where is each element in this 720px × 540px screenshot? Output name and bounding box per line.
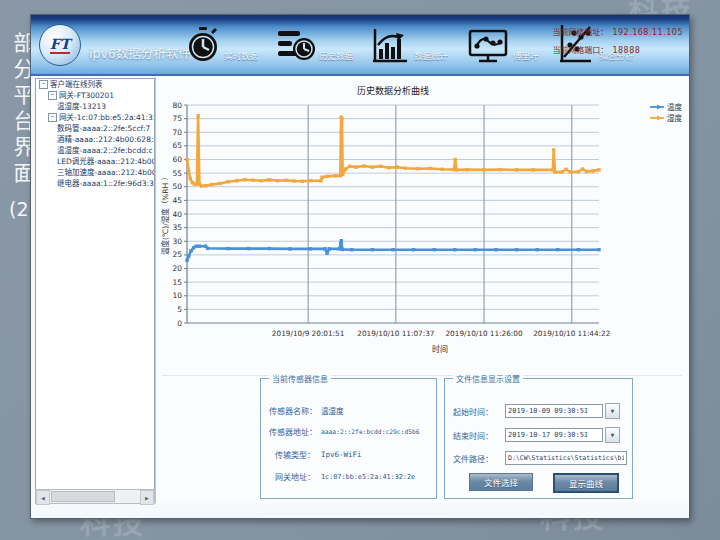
svg-text:0: 0: [177, 319, 182, 328]
tree-item-label: 温湿度-aaaa:2::2fe:bcdd:c: [57, 145, 153, 156]
tree-item[interactable]: -客户端在线列表: [36, 79, 154, 90]
scrollbar-thumb[interactable]: [51, 491, 115, 502]
app-logo-icon: FT: [39, 24, 81, 66]
realtime-data-button[interactable]: 实时数据: [183, 21, 260, 67]
svg-text:历史数据分析曲线: 历史数据分析曲线: [357, 85, 429, 96]
network-address-label: 当前网络地址：: [552, 28, 608, 37]
start-time-input[interactable]: [505, 404, 603, 418]
transfer-type-label: 传输类型：: [275, 449, 321, 460]
tree-item-label: 网关-1c:07:bb:e5:2a:41:32:2e: [59, 112, 154, 123]
gateway-address-label: 网关地址：: [275, 471, 321, 482]
tree-horizontal-scrollbar[interactable]: ◀ ▶: [35, 489, 155, 504]
tree-item[interactable]: 三轴加速度-aaaa::212:4b00: [36, 167, 154, 178]
history-chart: 051015202530354045505560657075802019/10/…: [160, 81, 686, 379]
tree-item[interactable]: 继电器-aaaa:1::2fe:96d3:3: [36, 178, 154, 189]
start-time-label: 起始时间：: [453, 406, 505, 417]
slide-background: 科技 科技 科技 部分平台界面 (2) FT ipv6数据分析软件: [0, 0, 720, 540]
tree-collapse-icon[interactable]: -: [39, 80, 48, 89]
tree-item[interactable]: 酒精-aaaa::212:4b00:628:b: [36, 134, 154, 145]
history-data-button[interactable]: 历史数据: [274, 21, 355, 67]
file-path-input[interactable]: [505, 451, 627, 465]
scroll-right-arrow-icon[interactable]: ▶: [140, 490, 154, 505]
tree-item-label: 三轴加速度-aaaa::212:4b00: [57, 167, 154, 178]
svg-text:2019/10/10 11:07:37: 2019/10/10 11:07:37: [357, 329, 435, 338]
svg-text:温度: 温度: [667, 102, 682, 112]
divider: [162, 375, 682, 376]
transfer-type-value: Ipv6-WiFi: [321, 450, 362, 459]
tree-item-label: LED调光器-aaaa::212:4b00:: [57, 156, 154, 167]
svg-text:55: 55: [172, 169, 182, 178]
file-select-button[interactable]: 文件选择: [469, 473, 533, 491]
tree-item[interactable]: 温湿度-aaaa:2::2fe:bcdd:c: [36, 145, 154, 156]
scroll-left-arrow-icon[interactable]: ◀: [36, 490, 50, 505]
tree-item[interactable]: 温湿度-13213: [36, 101, 154, 112]
monitor-curve-icon: [466, 25, 510, 65]
svg-text:30: 30: [172, 237, 182, 246]
end-time-label: 结束时间：: [453, 430, 505, 441]
svg-text:温度(℃)/湿度（%RH ）: 温度(℃)/湿度（%RH ）: [160, 173, 170, 255]
svg-text:80: 80: [172, 101, 182, 110]
stopwatch-icon: [185, 25, 221, 65]
file-display-settings-panel: 文件信息显示设置 起始时间： ▼ 结束时间： ▼ 文件路径： 文件选择 显示曲线: [444, 378, 633, 499]
svg-text:40: 40: [172, 210, 182, 219]
svg-text:15: 15: [172, 278, 182, 287]
fourier-button[interactable]: 傅里叶: [464, 21, 541, 67]
toolbar-button-label: 历史数据: [319, 49, 353, 61]
tree-collapse-icon[interactable]: -: [48, 113, 57, 122]
start-time-dropdown-icon[interactable]: ▼: [605, 403, 620, 419]
svg-text:2019/10/10 11:44:22: 2019/10/10 11:44:22: [533, 329, 610, 338]
svg-text:60: 60: [172, 155, 182, 164]
tree-item-label: 温湿度-13213: [57, 101, 106, 112]
app-title: ipv6数据分析软件: [89, 43, 191, 62]
tree-item-label: 继电器-aaaa:1::2fe:96d3:3: [57, 178, 154, 189]
app-window: FT ipv6数据分析软件 实时数据: [30, 14, 690, 519]
end-time-dropdown-icon[interactable]: ▼: [605, 427, 620, 443]
client-online-tree: -客户端在线列表-网关-FT300201温湿度-13213-网关-1c:07:b…: [35, 78, 155, 490]
network-info: 当前网络地址：192.168.11.105 当前网络端口：18888: [552, 26, 683, 62]
svg-text:25: 25: [172, 250, 182, 259]
sensor-address-value: aaaa:2::2fe:bcdd:c29c:d5b6: [321, 428, 420, 435]
sensor-name-label: 传感器名称：: [269, 405, 321, 416]
toolbar: FT ipv6数据分析软件 实时数据: [31, 15, 689, 76]
svg-text:65: 65: [172, 141, 182, 150]
svg-text:2019/10/9 20:01:51: 2019/10/9 20:01:51: [272, 329, 345, 338]
svg-text:45: 45: [172, 196, 182, 205]
svg-text:20: 20: [172, 264, 182, 273]
network-port-label: 当前网络端口：: [552, 46, 608, 55]
app-logo-text: FT: [50, 37, 70, 54]
tree-item[interactable]: 数码管-aaaa:2::2fe:5ccf:7: [36, 123, 154, 134]
network-address-value: 192.168.11.105: [612, 28, 683, 37]
svg-text:时间: 时间: [432, 344, 448, 354]
toolbar-button-label: 傅里叶: [513, 49, 539, 61]
bar-chart-icon: [371, 25, 411, 65]
network-port-value: 18888: [612, 46, 640, 55]
current-sensor-info-panel: 当前传感器信息 传感器名称： 温湿度 传感器地址： aaaa:2::2fe:bc…: [260, 378, 437, 499]
gateway-address-value: 1c:07:bb:e5:2a:41:32:2e: [321, 473, 415, 481]
tree-item-label: 数码管-aaaa:2::2fe:5ccf:7: [57, 123, 150, 134]
scrollbar-track[interactable]: [50, 490, 140, 503]
panel-legend: 当前传感器信息: [269, 373, 331, 384]
svg-text:5: 5: [177, 305, 182, 314]
tree-item[interactable]: LED调光器-aaaa::212:4b00:: [36, 156, 154, 167]
toolbar-button-label: 实时数据: [224, 49, 258, 61]
svg-text:35: 35: [172, 223, 182, 232]
svg-text:50: 50: [172, 182, 182, 191]
tree-item-label: 网关-FT300201: [59, 90, 114, 101]
svg-text:75: 75: [172, 114, 182, 123]
main-panel: 051015202530354045505560657075802019/10/…: [155, 77, 689, 503]
tree-item[interactable]: -网关-1c:07:bb:e5:2a:41:32:2e: [36, 112, 154, 123]
show-curve-button[interactable]: 显示曲线: [553, 473, 619, 493]
data-statistics-button[interactable]: 数据统计: [369, 21, 450, 67]
tree-item-label: 酒精-aaaa::212:4b00:628:b: [57, 134, 154, 145]
end-time-input[interactable]: [505, 428, 603, 442]
tree-item-label: 客户端在线列表: [50, 79, 103, 90]
svg-text:2019/10/10 11:26:00: 2019/10/10 11:26:00: [445, 329, 523, 338]
svg-text:10: 10: [172, 291, 182, 300]
sensor-address-label: 传感器地址：: [269, 426, 321, 437]
history-clock-icon: [276, 25, 316, 65]
svg-text:70: 70: [172, 128, 182, 137]
tree-item[interactable]: -网关-FT300201: [36, 90, 154, 101]
tree-collapse-icon[interactable]: -: [48, 91, 57, 100]
panel-legend: 文件信息显示设置: [453, 373, 523, 384]
toolbar-button-label: 数据统计: [414, 49, 448, 61]
